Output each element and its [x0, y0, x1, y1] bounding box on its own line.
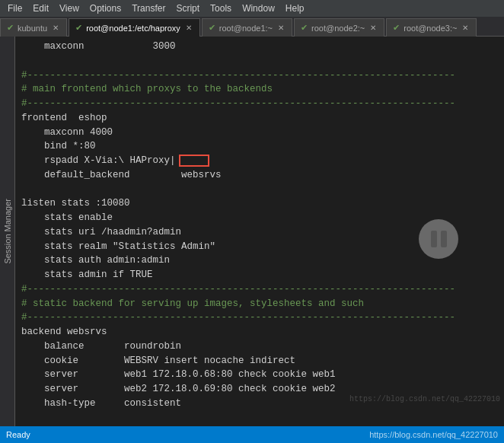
code-line-rspadd: rspadd X-Via:\ HAProxy| [21, 154, 498, 168]
tab-node1-haproxy[interactable]: ✔ root@node1:/etc/haproxy ✕ [69, 18, 200, 37]
tab-check-icon: ✔ [75, 23, 82, 33]
tab-node1-home[interactable]: ✔ root@node1:~ ✕ [202, 18, 292, 37]
tab-label: root@node1:~ [219, 24, 273, 33]
tab-close-button[interactable]: ✕ [51, 23, 60, 33]
code-line: bind *:80 [21, 139, 498, 154]
code-line: balance roundrobin [21, 339, 498, 354]
status-text: Ready [6, 430, 30, 439]
tab-label: kubuntu [18, 24, 47, 33]
code-line-comment: #---------------------------------------… [21, 282, 498, 297]
code-line: stats admin if TRUE [21, 268, 498, 282]
session-manager-sidebar[interactable]: Session Manager [0, 37, 15, 426]
menu-edit[interactable]: Edit [28, 0, 53, 17]
statusbar: Ready https://blog.csdn.net/qq_42227010 [0, 426, 504, 443]
code-line: listen stats :10080 [21, 196, 498, 211]
tab-label: root@node1:/etc/haproxy [86, 24, 180, 33]
pause-bar-left [431, 231, 437, 247]
code-line [21, 411, 498, 425]
code-line [21, 183, 498, 197]
menu-tools[interactable]: Tools [206, 0, 236, 17]
pause-button[interactable] [419, 219, 458, 259]
code-line: default_backend websrvs [21, 168, 498, 183]
code-line: maxconn 3000 [21, 40, 498, 54]
code-line: stats auth admin:admin [21, 253, 498, 268]
menu-window[interactable]: Window [238, 0, 279, 17]
tab-label: root@node2:~ [311, 24, 365, 33]
code-line: frontend eshop [21, 111, 498, 126]
tab-check-icon: ✔ [393, 23, 400, 33]
code-line-comment: # main frontend which proxys to the back… [21, 82, 498, 97]
tab-close-button[interactable]: ✕ [184, 23, 193, 33]
tab-close-button[interactable]: ✕ [461, 23, 470, 33]
sidebar-label: Session Manager [3, 199, 12, 264]
tab-kubuntu[interactable]: ✔ kubuntu ✕ [0, 18, 67, 37]
tab-node2[interactable]: ✔ root@node2:~ ✕ [294, 18, 384, 37]
code-line-comment: #---------------------------------------… [21, 69, 498, 83]
tab-close-button[interactable]: ✕ [276, 23, 285, 33]
tabbar: ✔ kubuntu ✕ ✔ root@node1:/etc/haproxy ✕ … [0, 17, 504, 37]
tab-check-icon: ✔ [7, 23, 14, 33]
watermark: https://blog.csdn.net/qq_42227010 [349, 395, 500, 403]
menu-view[interactable]: View [55, 0, 84, 17]
menu-transfer[interactable]: Transfer [127, 0, 170, 17]
main-layout: Session Manager maxconn 3000 #----------… [0, 37, 504, 426]
code-line [21, 54, 498, 69]
tab-label: root@node3:~ [404, 24, 457, 33]
code-line-comment: #---------------------------------------… [21, 311, 498, 325]
code-line: listen sshsrvs :3306 [21, 425, 498, 426]
editor-area[interactable]: maxconn 3000 #--------------------------… [15, 37, 504, 426]
code-line: backend websrvs [21, 325, 498, 339]
pause-bar-right [441, 231, 447, 247]
tab-check-icon: ✔ [301, 23, 308, 33]
menu-help[interactable]: Help [281, 0, 309, 17]
pause-icon [431, 231, 447, 247]
code-line: server web2 172.18.0.69:80 check cookie … [21, 382, 498, 397]
menu-options[interactable]: Options [85, 0, 126, 17]
red-highlight-box [179, 155, 209, 167]
tab-node3[interactable]: ✔ root@node3:~ ✕ [386, 18, 477, 37]
code-line: maxconn 4000 [21, 126, 498, 140]
menu-script[interactable]: Script [171, 0, 204, 17]
code-line: cookie WEBSRV insert nocache indirect [21, 354, 498, 368]
status-url: https://blog.csdn.net/qq_42227010 [369, 430, 498, 439]
menubar: File Edit View Options Transfer Script T… [0, 0, 504, 17]
code-line: server web1 172.18.0.68:80 check cookie … [21, 368, 498, 382]
tab-check-icon: ✔ [209, 23, 215, 33]
code-line-comment: #---------------------------------------… [21, 97, 498, 111]
tab-close-button[interactable]: ✕ [368, 23, 378, 33]
code-line-comment: # static backend for serving up images, … [21, 297, 498, 311]
menu-file[interactable]: File [3, 0, 27, 17]
